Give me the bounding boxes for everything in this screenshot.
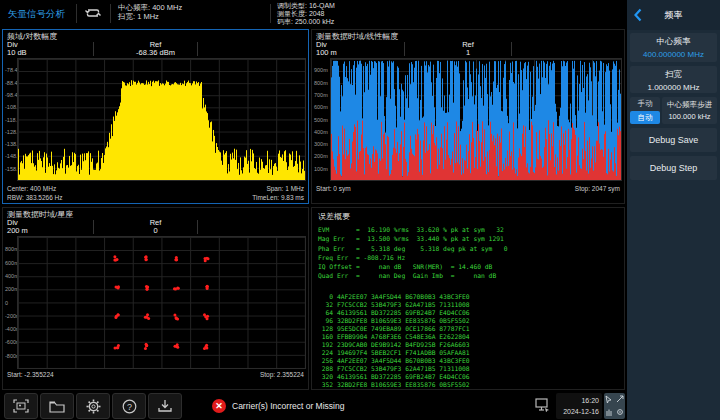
separator — [404, 42, 405, 56]
center-freq-step-button[interactable]: 中心频率步进 100.000 kHz — [662, 97, 717, 124]
svg-text:?: ? — [126, 401, 131, 411]
input-mode-button[interactable] — [604, 393, 625, 419]
screenshot-button[interactable] — [4, 393, 38, 419]
y-axis-tick: 500m — [314, 117, 328, 123]
center-frequency-button[interactable]: 中心频率 400.000000 MHz — [630, 33, 717, 62]
demod-readout: 调制类型: 16-QAM 测量长度: 2048 码率: 250.000 kHz — [277, 2, 335, 26]
start-annotation: Start: 0 sym — [316, 184, 351, 202]
constellation-y-axis: 800m600m400m200m0-200m-400m-600m-800m — [4, 236, 17, 369]
error-summary-text: EVM = 16.190 %rms 33.620 % pk at sym 32 … — [318, 225, 622, 281]
error-summary-panel[interactable]: 误差概要 EVM = 16.190 %rms 33.620 % pk at sy… — [311, 207, 625, 390]
time-domain-plot[interactable] — [330, 58, 622, 181]
y-axis-tick: 600m — [314, 104, 328, 110]
save-download-icon — [157, 399, 173, 413]
time-y-axis: 900m800m700m600m500m400m300m200m100m — [313, 58, 330, 181]
center-frequency-value: 400.000000 MHz — [630, 48, 717, 59]
span-annotation: Span: 1 MHz — [252, 184, 304, 193]
spectrum-panel[interactable]: 频域/对数幅度 Div 10 dB Ref -68.36 dBm -78.4-8… — [2, 29, 309, 204]
screenshot-icon — [13, 399, 29, 413]
y-axis-tick: 200m — [314, 153, 328, 159]
step-label: 中心频率步进 — [662, 97, 717, 110]
top-bar: 矢量信号分析 中心频率: 400 MHz 扫宽: 1 MHz 调制类型: 16-… — [0, 0, 627, 27]
continuous-sweep-icon[interactable] — [84, 6, 102, 20]
debug-step-button[interactable]: Debug Step — [630, 156, 717, 180]
settings-button[interactable] — [76, 393, 110, 419]
span-value: 1.000000 MHz — [630, 81, 717, 92]
folder-icon — [49, 400, 65, 413]
tap-icon — [616, 408, 624, 417]
cursor-icon — [605, 395, 613, 404]
y-axis-tick: -88.4 — [5, 80, 18, 86]
y-axis-tick: 900m — [314, 67, 328, 73]
time-value: 16:20 — [559, 395, 599, 406]
clock[interactable]: 16:20 2024-12-16 — [556, 393, 602, 419]
frequency-menu-sidebar: 频率 中心频率 400.000000 MHz 扫宽 1.000000 MHz 手… — [627, 0, 720, 420]
sidebar-title: 频率 — [627, 0, 720, 30]
sidebar-header[interactable]: 频率 — [627, 0, 720, 30]
separator — [197, 220, 198, 234]
center-frequency-label: 中心频率 — [630, 33, 717, 48]
app-title: 矢量信号分析 — [8, 0, 65, 27]
y-axis-tick: 100m — [314, 166, 328, 172]
y-axis-tick: 300m — [314, 141, 328, 147]
stop-annotation: Stop: 2047 sym — [575, 184, 620, 202]
symbol-rate-readout: 码率: 250.000 kHz — [277, 18, 335, 26]
ref-setting: Ref -68.36 dBm — [7, 41, 304, 57]
remote-display-icon[interactable] — [535, 398, 551, 412]
y-axis-tick: 0 — [5, 300, 8, 306]
demod-bits-hex-dump: 0 4AF2EE07 3A4F5D44 B670B0B3 43BC3FE0 32… — [318, 293, 622, 389]
start-annotation: Start: -2.355224 — [7, 370, 54, 388]
separator — [270, 4, 271, 23]
y-axis-tick: 400m — [314, 129, 328, 135]
constellation-panel[interactable]: 测量数据时域/星座 Div 200 m Ref 0 800m600m400m20… — [2, 207, 309, 390]
ref-value: -68.36 dBm — [7, 49, 304, 57]
debug-save-button[interactable]: Debug Save — [630, 128, 717, 152]
scale-header: Div 100 m Ref 1 — [316, 41, 620, 57]
spectrum-trace — [18, 59, 305, 180]
panel-title: 误差概要 — [318, 211, 350, 222]
step-row: 手动 自动 中心频率步进 100.000 kHz — [630, 97, 717, 124]
ref-value: 1 — [316, 49, 620, 57]
span-label: 扫宽 — [630, 66, 717, 81]
ref-value: 0 — [7, 227, 304, 235]
center-freq-readout: 中心频率: 400 MHz — [118, 3, 182, 12]
spectrum-footer: Center: 400 MHz RBW: 383.5266 Hz Span: 1… — [7, 184, 304, 202]
span-readout: 扫宽: 1 MHz — [118, 12, 182, 21]
scale-header: Div 10 dB Ref -68.36 dBm — [7, 41, 304, 57]
error-badge-icon: ✕ — [212, 399, 226, 413]
y-axis-tick: -78.4 — [5, 67, 18, 73]
constellation-plot[interactable] — [17, 236, 306, 369]
manual-option[interactable]: 手动 — [630, 97, 660, 111]
separator — [93, 42, 94, 56]
mod-type-readout: 调制类型: 16-QAM — [277, 2, 335, 10]
constellation-points — [18, 237, 305, 368]
span-button[interactable]: 扫宽 1.000000 MHz — [630, 66, 717, 93]
manual-auto-toggle[interactable]: 手动 自动 — [630, 97, 660, 124]
separator — [197, 42, 198, 56]
separator — [93, 220, 94, 234]
hand-icon — [605, 408, 613, 417]
help-icon: ? — [122, 399, 137, 414]
separator — [110, 4, 111, 23]
save-button[interactable] — [148, 393, 182, 419]
constellation-footer: Start: -2.355224 Stop: 2.355224 — [7, 370, 304, 388]
drag-icon — [616, 395, 624, 404]
bottom-toolbar: ? ✕ Carrier(s) Incorrect or Missing 16:2… — [0, 392, 627, 420]
stop-annotation: Stop: 2.355224 — [260, 370, 304, 388]
spectrum-y-axis: -78.4-88.4-98.4-108.4-118.4-128.4-138.4-… — [4, 58, 17, 181]
time-domain-panel[interactable]: 测量数据时域/线性幅度 Div 100 m Ref 1 900m800m700m… — [311, 29, 625, 204]
meas-length-readout: 测量长度: 2048 — [277, 10, 335, 18]
file-browser-button[interactable] — [40, 393, 74, 419]
rbw-annotation: RBW: 383.5266 Hz — [7, 193, 63, 202]
time-domain-trace — [331, 59, 621, 180]
auto-option[interactable]: 自动 — [630, 111, 660, 125]
timelen-annotation: TimeLen: 9.83 ms — [252, 193, 304, 202]
help-button[interactable]: ? — [112, 393, 146, 419]
y-axis-tick: 800m — [314, 80, 328, 86]
step-value: 100.000 kHz — [662, 110, 717, 121]
ref-setting: Ref 0 — [7, 219, 304, 235]
scale-header: Div 200 m Ref 0 — [7, 219, 304, 235]
separator — [511, 42, 512, 56]
gear-icon — [86, 399, 101, 414]
spectrum-plot[interactable] — [17, 58, 306, 181]
